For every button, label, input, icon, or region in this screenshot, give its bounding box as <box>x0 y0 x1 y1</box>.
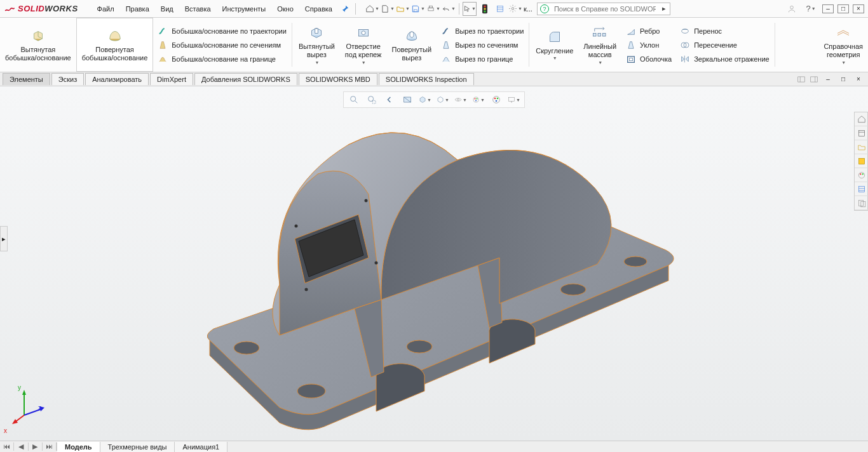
search-input[interactable] <box>552 5 658 13</box>
select-icon[interactable]: ▼ <box>463 2 477 16</box>
tab-inspection[interactable]: SOLIDWORKS Inspection <box>379 73 474 85</box>
boundary-boss-button[interactable]: Бобышка/основание на границе <box>157 53 287 65</box>
rib-button[interactable]: Ребро <box>625 25 672 37</box>
boundary-cut-button[interactable]: Вырез по границе <box>440 53 524 65</box>
reference-geometry-button[interactable]: Справочнаягеометрия▼ <box>818 18 868 72</box>
help-icon[interactable]: ?▼ <box>804 2 818 16</box>
bottom-tab-3d-views[interactable]: Трехмерные виды <box>100 442 175 452</box>
graphics-area[interactable]: ▼ ▼ ▼ ▼ ▼ <box>0 86 868 441</box>
panel-expand-icon[interactable] <box>797 75 806 84</box>
new-icon[interactable]: ▼ <box>381 2 395 16</box>
menu-tools[interactable]: Инструменты <box>217 3 271 15</box>
solidworks-logo-icon <box>4 3 15 15</box>
menu-file[interactable]: Файл <box>92 3 119 15</box>
options-icon[interactable] <box>493 2 507 16</box>
fillet-button[interactable]: Скругление▼ <box>531 18 578 72</box>
feature-tree-flyout-handle[interactable]: ▸ <box>0 226 8 251</box>
hole-wizard-button[interactable]: Отверстиепод крепеж▼ <box>340 18 387 72</box>
separator <box>459 3 459 15</box>
boundary-cut-icon <box>440 53 452 65</box>
lofted-cut-button[interactable]: Вырез по сечениям <box>440 39 524 51</box>
maximize-button[interactable]: □ <box>837 4 849 13</box>
wrap-button[interactable]: Перенос <box>679 25 770 37</box>
extruded-boss-icon <box>30 27 46 44</box>
tab-addins[interactable]: Добавления SOLIDWORKS <box>194 73 297 85</box>
settings-icon[interactable]: ▼ <box>508 2 522 16</box>
orientation-triad[interactable] <box>11 387 50 425</box>
tab-mbd[interactable]: SOLIDWORKS MBD <box>299 73 377 85</box>
taskpane-design-library-icon[interactable] <box>855 140 868 154</box>
tab-prev-icon[interactable]: ◀ <box>14 442 28 451</box>
svg-point-58 <box>858 172 864 178</box>
separator <box>529 23 529 67</box>
bottom-tab-model[interactable]: Модель <box>57 442 100 452</box>
tab-last-icon[interactable]: ⏭ <box>43 442 57 451</box>
boss-group: Бобышка/основание по траектории Бобышка/… <box>153 18 290 72</box>
extruded-boss-button[interactable]: Вытянутая бобышка/основание <box>0 18 76 72</box>
menu-insert[interactable]: Вставка <box>180 3 216 15</box>
extruded-cut-button[interactable]: Вытянутыйвырез▼ <box>294 18 340 72</box>
tab-next-icon[interactable]: ▶ <box>29 442 43 451</box>
taskpane-view-palette-icon[interactable] <box>855 168 868 182</box>
svg-rect-1 <box>428 8 433 11</box>
swept-cut-button[interactable]: Вырез по траектории <box>440 25 524 37</box>
tab-first-icon[interactable]: ⏮ <box>0 442 14 451</box>
undo-icon[interactable]: ▼ <box>442 2 456 16</box>
revolved-cut-button[interactable]: Повернутыйвырез <box>386 18 437 72</box>
traffic-light-icon[interactable] <box>478 2 492 16</box>
draft-icon <box>625 39 637 51</box>
taskpane-custom-props-icon[interactable] <box>855 196 868 210</box>
boundary-boss-icon <box>157 53 168 65</box>
taskpane-file-explorer-icon[interactable] <box>855 154 868 168</box>
shell-button[interactable]: Оболочка <box>625 53 672 65</box>
tab-evaluate[interactable]: Анализировать <box>85 73 149 85</box>
taskpane-appearances-icon[interactable] <box>855 182 868 196</box>
tab-dimxpert[interactable]: DimXpert <box>150 73 193 85</box>
menu-help[interactable]: Справка <box>300 3 337 15</box>
doc-close-button[interactable]: × <box>853 75 864 84</box>
taskpane-home-icon[interactable] <box>855 112 868 126</box>
tab-sketch[interactable]: Эскиз <box>51 73 84 85</box>
doc-minimize-button[interactable]: – <box>822 75 834 84</box>
tab-features[interactable]: Элементы <box>3 73 50 85</box>
svg-point-44 <box>624 256 647 267</box>
close-button[interactable]: × <box>853 4 864 13</box>
swept-cut-icon <box>440 25 452 37</box>
draft-button[interactable]: Уклон <box>625 39 672 51</box>
app-logo: SOLIDWORKS <box>0 3 85 15</box>
separator <box>355 3 356 15</box>
open-icon[interactable]: ▼ <box>396 2 410 16</box>
svg-rect-24 <box>798 76 805 81</box>
shell-icon <box>625 53 637 65</box>
panel-collapse-icon[interactable] <box>810 75 818 84</box>
bottom-tab-animation[interactable]: Анимация1 <box>175 442 227 452</box>
search-go-icon[interactable]: ▸ <box>658 4 670 13</box>
swept-boss-button[interactable]: Бобышка/основание по траектории <box>157 25 287 37</box>
menubar: SOLIDWORKS Файл Правка Вид Вставка Инстр… <box>0 0 868 18</box>
minimize-button[interactable]: – <box>822 4 834 13</box>
extra-dropdown[interactable]: к... <box>524 2 532 16</box>
pin-icon[interactable] <box>338 2 352 16</box>
revolved-boss-button[interactable]: Повернутая бобышка/основание <box>76 18 154 72</box>
lofted-cut-icon <box>440 39 452 51</box>
menu-edit[interactable]: Правка <box>121 3 154 15</box>
save-icon[interactable]: ▼ <box>411 2 425 16</box>
menu-window[interactable]: Окно <box>272 3 299 15</box>
lofted-boss-button[interactable]: Бобышка/основание по сечениям <box>157 39 287 51</box>
doc-maximize-button[interactable]: □ <box>837 75 849 84</box>
main-menu: Файл Правка Вид Вставка Инструменты Окно… <box>92 3 337 15</box>
intersect-button[interactable]: Пересечение <box>679 39 770 51</box>
home-icon[interactable]: ▼ <box>365 2 379 16</box>
titlebar-right: ?▼ – □ × <box>784 2 868 16</box>
svg-point-6 <box>484 10 485 12</box>
linear-pattern-button[interactable]: Линейныймассив▼ <box>578 18 621 72</box>
wrap-icon <box>679 25 691 37</box>
user-icon[interactable] <box>785 2 799 16</box>
print-icon[interactable]: ▼ <box>426 2 440 16</box>
taskpane-resources-icon[interactable] <box>855 126 868 140</box>
svg-point-4 <box>484 5 485 7</box>
bottom-tab-bar: ⏮ ◀ ▶ ⏭ Модель Трехмерные виды Анимация1 <box>0 441 868 452</box>
menu-view[interactable]: Вид <box>156 3 179 15</box>
triad-y-label: y <box>18 384 21 391</box>
mirror-button[interactable]: Зеркальное отражение <box>679 53 770 65</box>
